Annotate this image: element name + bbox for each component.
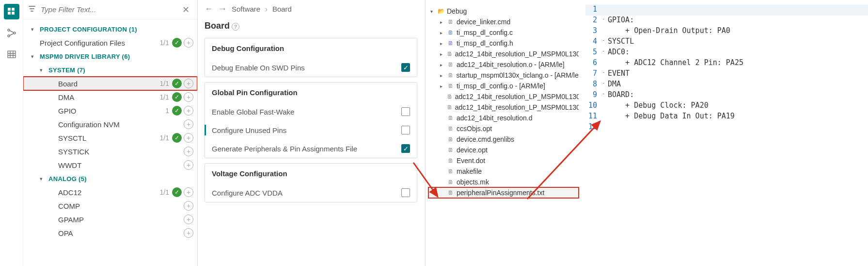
clear-filter-icon[interactable]: ✕ bbox=[179, 4, 192, 15]
file-row[interactable]: 🗎objects.mk bbox=[428, 177, 579, 187]
editor-line[interactable]: 7-EVENT bbox=[585, 69, 868, 80]
folder-debug[interactable]: ▾ 📂 Debug bbox=[428, 6, 579, 17]
svg-point-5 bbox=[8, 35, 10, 37]
file-row[interactable]: ▸🗎adc12_14bit_resolution_LP_MSPM0L1306_n… bbox=[428, 49, 579, 59]
category-driver-library[interactable]: ▾ MSPM0 DRIVER LIBRARY (6) bbox=[23, 50, 197, 63]
back-icon[interactable]: ← bbox=[205, 4, 213, 14]
checkbox-icon[interactable] bbox=[401, 107, 410, 116]
item-gpamp[interactable]: GPAMP + bbox=[23, 213, 197, 226]
file-icon: 🗎 bbox=[447, 167, 455, 175]
editor-line[interactable]: 6 + ADC12 Channel 2 Pin: PA25 bbox=[585, 58, 868, 69]
option-debug-swd[interactable]: Debug Enable On SWD Pins ✓ bbox=[205, 58, 417, 77]
file-row[interactable]: 🗎adc12_14bit_resolution_LP_MSPM0L1306_no bbox=[428, 102, 579, 113]
main-pane: ← → Software › Board Board? Debug Config… bbox=[198, 0, 426, 266]
editor-line[interactable]: 8-DMA bbox=[585, 80, 868, 90]
add-icon[interactable]: + bbox=[184, 79, 193, 88]
breadcrumb: ← → Software › Board bbox=[205, 0, 417, 20]
breadcrumb-board[interactable]: Board bbox=[272, 5, 292, 13]
table-icon[interactable] bbox=[4, 47, 19, 62]
file-row[interactable]: ▸🗎adc12_14bit_resolution.o - [ARM/le] bbox=[428, 59, 579, 70]
add-icon[interactable]: + bbox=[184, 38, 193, 48]
file-row[interactable]: ▸🗎startup_mspm0l130x_ticlang.o - [ARM/le… bbox=[428, 70, 579, 81]
file-explorer: ▾ 📂 Debug ▸🗎device_linker.cmd ▸🗎ti_msp_d… bbox=[426, 0, 581, 266]
file-row[interactable]: 🗎adc12_14bit_resolution_LP_MSPM0L1306_no bbox=[428, 91, 579, 102]
file-icon: 🗎 bbox=[446, 103, 453, 111]
file-row[interactable]: 🗎device.opt bbox=[428, 145, 579, 155]
item-sysctl[interactable]: SYSCTL 1/1 ✓ + bbox=[23, 131, 197, 145]
editor-line[interactable]: 11 + Debug Data In Out: PA19 bbox=[585, 112, 868, 122]
chevron-right-icon: ▸ bbox=[440, 41, 446, 46]
item-config-nvm[interactable]: Configuration NVM + bbox=[23, 117, 197, 131]
check-icon: ✓ bbox=[172, 106, 182, 116]
option-adc-vdda[interactable]: Configure ADC VDDA bbox=[205, 183, 417, 202]
item-gpio[interactable]: GPIO 1 ✓ + bbox=[23, 104, 197, 117]
file-row[interactable]: 🗎adc12_14bit_resolution.d bbox=[428, 113, 579, 123]
option-fast-wake[interactable]: Enable Global Fast-Wake bbox=[205, 102, 417, 121]
add-icon[interactable]: + bbox=[184, 228, 193, 238]
file-peripheral-pin-assignments[interactable]: 🗎peripheralPinAssignments.txt bbox=[428, 187, 579, 198]
add-icon[interactable]: + bbox=[184, 133, 193, 143]
file-row[interactable]: ▸🗎ti_msp_dl_config.h bbox=[428, 38, 579, 49]
category-system[interactable]: ▾ SYSTEM (7) bbox=[23, 63, 197, 77]
category-project-config[interactable]: ▾ PROJECT CONFIGURATION (1) bbox=[23, 22, 197, 36]
editor-line[interactable]: 3 + Open-Drain Output: PA0 bbox=[585, 26, 868, 37]
option-generate-file[interactable]: Generate Peripherals & Pin Assignments F… bbox=[205, 139, 417, 158]
chevron-down-icon: ▾ bbox=[40, 176, 47, 182]
file-row[interactable]: ▸🗎ti_msp_dl_config.c bbox=[428, 27, 579, 38]
item-dma[interactable]: DMA 1/1 ✓ + bbox=[23, 90, 197, 104]
editor-line[interactable]: 2-GPIOA: bbox=[585, 16, 868, 26]
add-icon[interactable]: + bbox=[184, 119, 193, 129]
folder-open-icon: 📂 bbox=[437, 7, 445, 15]
activity-bar bbox=[0, 0, 23, 266]
editor-line[interactable]: 4-SYSCTL bbox=[585, 37, 868, 48]
item-systick[interactable]: SYSTICK + bbox=[23, 145, 197, 158]
editor-line[interactable]: 9-BOARD: bbox=[585, 90, 868, 101]
add-icon[interactable]: + bbox=[184, 92, 193, 102]
category-analog[interactable]: ▾ ANALOG (5) bbox=[23, 172, 197, 185]
item-wwdt[interactable]: WWDT + bbox=[23, 158, 197, 172]
check-icon: ✓ bbox=[172, 133, 182, 143]
checkbox-icon[interactable] bbox=[401, 126, 410, 134]
file-row[interactable]: 🗎ccsObjs.opt bbox=[428, 123, 579, 134]
file-row[interactable]: ▸🗎ti_msp_dl_config.o - [ARM/le] bbox=[428, 81, 579, 91]
editor-line[interactable]: 1 bbox=[585, 5, 868, 16]
binary-file-icon: 🗎 bbox=[447, 61, 455, 68]
chevron-right-icon: › bbox=[265, 5, 268, 13]
file-row[interactable]: 🗎makefile bbox=[428, 166, 579, 177]
file-row[interactable]: 🗎device.cmd.genlibs bbox=[428, 134, 579, 145]
editor-line[interactable]: 10 + Debug Clock: PA20 bbox=[585, 101, 868, 112]
chevron-down-icon: ▾ bbox=[31, 53, 38, 60]
card-title: Debug Configuration bbox=[205, 38, 417, 58]
item-project-config-files[interactable]: Project Configuration Files 1/1 ✓ + bbox=[23, 36, 197, 50]
option-unused-pins[interactable]: Configure Unused Pins bbox=[205, 121, 417, 139]
checkbox-checked-icon[interactable]: ✓ bbox=[401, 144, 410, 153]
add-icon[interactable]: + bbox=[184, 160, 193, 170]
file-icon: 🗎 bbox=[447, 178, 455, 186]
checkbox-checked-icon[interactable]: ✓ bbox=[401, 63, 410, 72]
item-board[interactable]: Board 1/1 ✓ + bbox=[23, 77, 197, 90]
add-icon[interactable]: + bbox=[184, 215, 193, 224]
forward-icon[interactable]: → bbox=[218, 4, 227, 14]
filter-icon[interactable] bbox=[26, 3, 38, 16]
item-opa[interactable]: OPA + bbox=[23, 226, 197, 240]
add-icon[interactable]: + bbox=[184, 147, 193, 156]
editor-line[interactable]: 5-ADC0: bbox=[585, 48, 868, 58]
file-icon: 🗎 bbox=[447, 189, 455, 197]
item-adc12[interactable]: ADC12 1/1 ✓ + bbox=[23, 185, 197, 199]
checkbox-icon[interactable] bbox=[401, 188, 410, 197]
file-row[interactable]: 🗎Event.dot bbox=[428, 155, 579, 166]
file-row[interactable]: ▸🗎device_linker.cmd bbox=[428, 17, 579, 27]
breadcrumb-software[interactable]: Software bbox=[232, 5, 260, 13]
add-icon[interactable]: + bbox=[184, 201, 193, 211]
item-comp[interactable]: COMP + bbox=[23, 199, 197, 213]
card-debug-config: Debug Configuration Debug Enable On SWD … bbox=[205, 38, 417, 77]
add-icon[interactable]: + bbox=[184, 187, 193, 197]
add-icon[interactable]: + bbox=[184, 106, 193, 116]
text-editor[interactable]: 1 2-GPIOA: 3 + Open-Drain Output: PA0 4-… bbox=[581, 0, 868, 266]
help-icon[interactable]: ? bbox=[232, 23, 239, 31]
editor-line[interactable]: 12 bbox=[585, 122, 868, 133]
graph-icon[interactable] bbox=[4, 25, 19, 41]
file-icon: 🗎 bbox=[446, 93, 453, 100]
filter-input[interactable] bbox=[38, 3, 179, 16]
grid-view-icon[interactable] bbox=[4, 4, 19, 19]
